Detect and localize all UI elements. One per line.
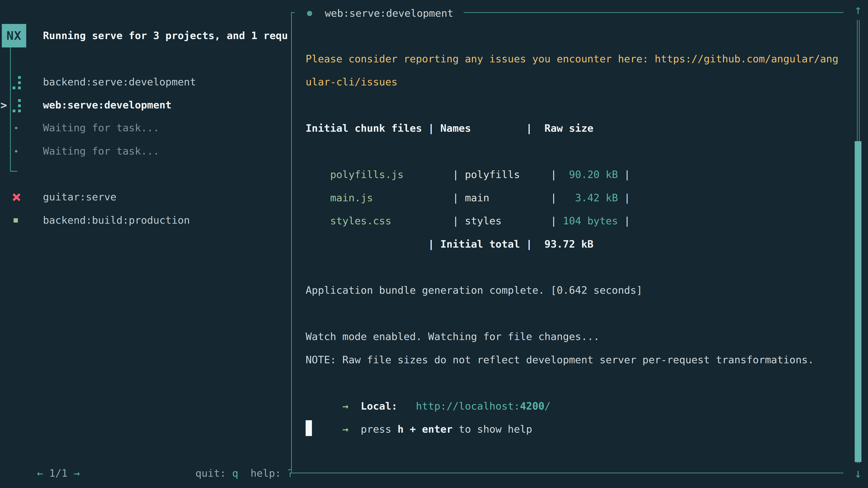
task-label: backend:build:production [43, 209, 190, 232]
chunk-name: | styles | [391, 215, 563, 227]
waiting-dot-icon [15, 127, 18, 129]
panel-border-bottom [291, 473, 843, 473]
chunk-table-row: polyfills.js | polyfills | 90.20 kB | [306, 140, 839, 163]
chunk-size: 3.42 kB [563, 192, 618, 204]
terminal-output: Please consider reporting any issues you… [306, 47, 839, 418]
arrow-icon: → [342, 400, 348, 412]
task-label: web:serve:development [43, 94, 172, 117]
watch-mode-message: Watch mode enabled. Watching for file ch… [306, 325, 839, 348]
spinner-icon [13, 98, 22, 112]
chunk-table-header: Initial chunk files | Names | Raw size [306, 117, 839, 140]
localhost-link[interactable]: http://localhost: [416, 400, 520, 412]
task-row-waiting-1[interactable]: Waiting for task... [0, 116, 291, 139]
raw-size-note: NOTE: Raw file sizes do not reflect deve… [306, 348, 839, 371]
task-label: backend:serve:development [43, 70, 196, 94]
chunk-file: styles.css [330, 215, 391, 227]
gap [397, 400, 416, 412]
chunk-row-end: | [618, 215, 630, 227]
panel-status-bullet-icon [307, 11, 312, 16]
task-row-backend-build[interactable]: backend:build:production [0, 209, 291, 232]
localhost-link-slash[interactable]: / [545, 400, 551, 412]
task-row-waiting-2[interactable]: Waiting for task... [0, 140, 291, 163]
help-label: help: [250, 467, 287, 479]
initial-total-row: | Initial total | 93.72 kB [306, 233, 839, 256]
shortcut-spacer [238, 467, 250, 479]
local-label: Local: [361, 400, 398, 412]
pager-position: 1/1 [43, 467, 73, 479]
chunk-size: 104 bytes [563, 215, 618, 227]
quit-label: quit: [195, 467, 232, 479]
help-key: ? [287, 467, 291, 479]
panel-title: web:serve:development [325, 2, 454, 25]
arrow-icon: → [342, 423, 348, 435]
keyboard-shortcuts: quit: q help: ? [171, 440, 291, 462]
panel-border-top [464, 12, 843, 13]
task-list-pane: NX Running serve for 3 projects, and 1 r… [0, 0, 291, 488]
task-tree-corner [10, 171, 17, 172]
selected-chevron-icon: > [0, 94, 7, 117]
chunk-file: main.js [330, 192, 373, 204]
scroll-up-arrow-icon[interactable]: ↑ [851, 2, 865, 18]
quit-key: q [232, 467, 238, 479]
pager: ← 1/1 → [12, 440, 80, 462]
spinner-icon [13, 75, 22, 89]
failed-x-icon [12, 193, 21, 201]
help-hint-keys: h + enter [397, 423, 453, 435]
panel-border-left [291, 12, 292, 473]
indent [330, 400, 342, 412]
localhost-port[interactable]: 4200 [520, 400, 544, 412]
chunk-name: | polyfills | [403, 168, 563, 181]
scroll-down-arrow-icon[interactable]: ↓ [851, 465, 865, 481]
nx-logo: NX [2, 24, 26, 47]
gap [348, 400, 361, 412]
angular-issues-notice: Please consider reporting any issues you… [306, 47, 839, 70]
scrollbar-thumb[interactable] [855, 141, 862, 462]
gap [348, 423, 361, 435]
chunk-size: 90.20 kB [563, 168, 618, 181]
indent [330, 423, 342, 435]
pager-prev-icon[interactable]: ← [37, 467, 43, 479]
task-label: Waiting for task... [43, 140, 159, 163]
task-row-web-serve[interactable]: > web:serve:development [0, 94, 291, 117]
panel-border-top [291, 12, 295, 13]
bundle-complete-message: Application bundle generation complete. … [306, 279, 839, 302]
chunk-row-end: | [618, 168, 630, 181]
chunk-name: | main | [373, 192, 563, 204]
pager-next-icon[interactable]: → [74, 467, 80, 479]
task-row-guitar-serve[interactable]: guitar:serve [0, 186, 291, 208]
local-url-line: → Local: http://localhost:4200/ [306, 371, 839, 394]
waiting-dot-icon [15, 150, 18, 153]
chunk-row-end: | [618, 192, 630, 204]
angular-issues-notice-wrap: ular-cli/issues [306, 70, 839, 94]
success-square-icon [13, 218, 18, 223]
terminal-cursor [306, 420, 312, 436]
chunk-file: polyfills.js [330, 168, 403, 181]
task-label: guitar:serve [43, 186, 116, 208]
task-row-backend-serve[interactable]: backend:serve:development [0, 70, 291, 94]
help-hint-pre: press [361, 423, 398, 435]
help-hint-post: to show help [453, 423, 532, 435]
task-label: Waiting for task... [43, 116, 159, 139]
run-summary-title: Running serve for 3 projects, and 1 requ [43, 24, 291, 47]
